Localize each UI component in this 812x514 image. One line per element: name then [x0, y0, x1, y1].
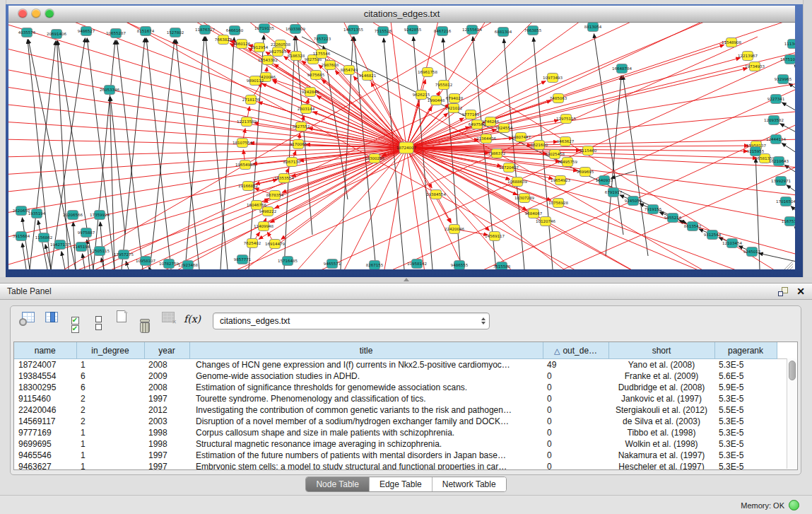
graph-node[interactable]: 16033809	[286, 25, 305, 34]
graph-node[interactable]: 18724007	[396, 142, 416, 153]
column-header-title[interactable]: title	[189, 342, 543, 359]
graph-node[interactable]: 11548908	[722, 38, 741, 47]
graph-node[interactable]: 19166852	[238, 182, 258, 191]
column-header-year[interactable]: year	[144, 342, 189, 359]
graph-node[interactable]: 15716485	[278, 257, 298, 266]
split-divider[interactable]	[0, 277, 812, 283]
graph-node[interactable]: 9875685	[307, 71, 325, 80]
graph-node[interactable]: 7625402	[244, 239, 261, 248]
graph-node[interactable]: 1990448	[428, 96, 445, 105]
table-row[interactable]: 977716911998Corpus callosum shape and si…	[14, 427, 790, 438]
graph-node[interactable]: 12093582	[764, 116, 784, 125]
graph-node[interactable]: 10756928	[548, 199, 568, 208]
column-header-in_degree[interactable]: in_degree	[76, 342, 144, 359]
graph-node[interactable]: 10688639	[507, 177, 527, 187]
zoom-window-icon[interactable]	[45, 9, 54, 18]
graph-node[interactable]: 9465571	[324, 259, 341, 269]
graph-node[interactable]: 1113454	[784, 40, 795, 49]
graph-node[interactable]: 8813054	[584, 23, 602, 32]
table-row[interactable]: 946362711997Embryonic stem cells: a mode…	[14, 461, 790, 470]
graph-node[interactable]: 12155614	[462, 25, 482, 35]
float-panel-icon[interactable]	[778, 287, 788, 296]
column-header-out_degree[interactable]: △out_de…	[543, 342, 608, 359]
graph-node[interactable]: 12975115	[556, 115, 576, 124]
graph-node[interactable]: 16648784	[612, 64, 632, 74]
close-window-icon[interactable]	[18, 9, 27, 18]
graph-node[interactable]: 10973493	[543, 74, 563, 83]
graph-node[interactable]: 1640933	[596, 176, 613, 185]
graph-node[interactable]: 9486527	[78, 27, 95, 36]
graph-node[interactable]: 11409948	[254, 222, 273, 231]
divider-handle-icon[interactable]	[404, 278, 409, 281]
scrollbar-thumb[interactable]	[789, 361, 796, 380]
graph-node[interactable]: 22420046	[445, 225, 464, 234]
graph-node[interactable]: 7857223	[314, 35, 331, 44]
graph-node[interactable]: 7515526	[375, 27, 392, 36]
network-view-window[interactable]: citations_edges.txt 18724007766382298601…	[6, 4, 803, 277]
column-header-name[interactable]: name	[14, 342, 76, 359]
table-mode-icon[interactable]	[19, 308, 37, 325]
graph-node[interactable]: 9242855	[404, 25, 422, 35]
graph-node[interactable]: 1527802	[167, 28, 184, 37]
graph-node[interactable]: 1935194	[28, 209, 46, 218]
show-hide-columns-icon[interactable]	[66, 316, 84, 333]
graph-node[interactable]: 14569117	[485, 232, 505, 241]
graph-node[interactable]: 9242848	[302, 88, 319, 97]
column-header-short[interactable]: short	[608, 342, 714, 359]
create-column-icon[interactable]	[112, 308, 131, 325]
graph-node[interactable]: 13992971	[771, 177, 791, 186]
tab-node-table[interactable]: Node Table	[306, 477, 369, 491]
graph-node[interactable]: 10719135	[254, 24, 274, 33]
graph-node[interactable]: 9115460	[579, 146, 597, 156]
graph-node[interactable]: 10120746	[536, 217, 555, 226]
graph-node[interactable]: 2718176	[242, 95, 260, 105]
table-scrollbar[interactable]	[787, 358, 796, 469]
graph-node[interactable]: 17957275	[114, 250, 134, 259]
graph-node[interactable]: 11876327	[195, 25, 215, 35]
graph-node[interactable]: 6881304	[495, 28, 512, 37]
graph-node[interactable]: 9146821	[359, 71, 377, 81]
function-builder-icon[interactable]: f(x)	[182, 310, 202, 327]
graph-node[interactable]: 1167534	[782, 217, 795, 226]
graph-node[interactable]: 9857771	[234, 255, 252, 264]
graph-node[interactable]: 9329965	[775, 75, 792, 84]
table-row[interactable]: 2242004622012Investigating the contribut…	[14, 404, 790, 416]
window-titlebar[interactable]: citations_edges.txt	[8, 6, 795, 23]
graph-node[interactable]: 4035576	[18, 28, 36, 37]
select-columns-icon[interactable]	[42, 308, 61, 325]
dropdown-spinner-icon[interactable]	[478, 313, 489, 329]
table-row[interactable]: 1938455462009Genome-wide association stu…	[14, 370, 790, 382]
graph-node[interactable]: 17016504	[776, 197, 795, 206]
graph-node[interactable]: 9975887	[78, 228, 95, 238]
graph-node[interactable]: 14671355	[343, 25, 363, 35]
graph-node[interactable]: 8678354	[266, 191, 284, 200]
column-header-pagerank[interactable]: pagerank	[714, 342, 777, 359]
graph-node[interactable]: 9245012	[743, 247, 761, 257]
graph-node[interactable]: 9455216	[664, 214, 682, 223]
graph-node[interactable]: 16543382	[258, 56, 278, 65]
table-row[interactable]: 911546021997Tourette syndrome. Phenomeno…	[14, 393, 790, 404]
graph-node[interactable]: 12444134	[766, 135, 786, 144]
graph-node[interactable]: 10807447	[511, 133, 531, 142]
table-row[interactable]: 1872400712008Changes of HCN gene express…	[14, 359, 790, 371]
tab-edge-table[interactable]: Edge Table	[369, 477, 432, 491]
graph-node[interactable]: 10655287	[106, 29, 126, 38]
table-row[interactable]: 946554611997Estimation of the future num…	[14, 450, 790, 461]
graph-node[interactable]: 18107554	[233, 139, 252, 148]
graph-node[interactable]: 6794028	[446, 94, 464, 103]
table-row[interactable]: 1830029562008Estimation of significance …	[14, 382, 790, 393]
graph-node[interactable]: 8621600	[531, 141, 548, 150]
graph-node[interactable]: 20691406	[47, 30, 66, 39]
graph-node[interactable]: 12213967	[738, 52, 758, 61]
graph-node[interactable]: 8267155	[366, 261, 384, 270]
memory-ok-indicator-icon[interactable]	[789, 500, 799, 510]
delete-table-icon[interactable]	[159, 308, 177, 325]
graph-node[interactable]: 9312544	[704, 230, 722, 240]
graph-node[interactable]: 3915684	[13, 232, 30, 241]
tab-network-table[interactable]: Network Table	[432, 477, 506, 491]
table-row[interactable]: 969969511998Structural magnetic resonanc…	[14, 438, 790, 450]
delete-columns-icon[interactable]	[136, 317, 154, 334]
close-panel-icon[interactable]: ✕	[796, 286, 805, 296]
graph-node[interactable]: 16914479	[265, 240, 285, 249]
graph-node[interactable]: 1156862	[35, 233, 53, 243]
